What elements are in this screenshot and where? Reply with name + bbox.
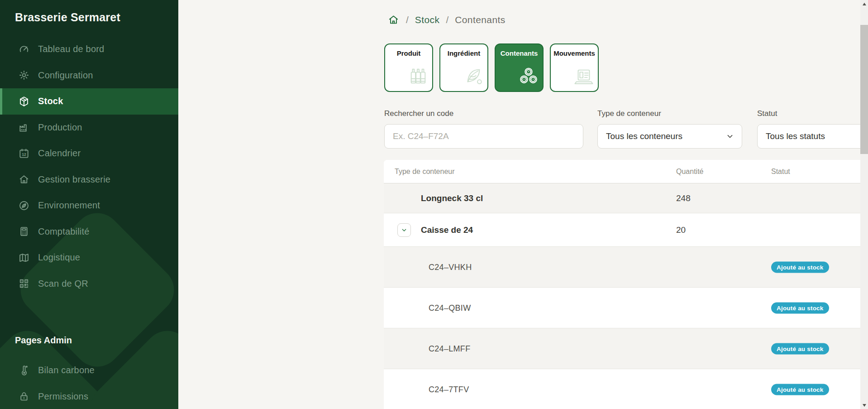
sidebar-nav: Tableau de bordConfigurationStockProduct… — [0, 36, 178, 297]
breadcrumb: / Stock / Contenants — [387, 14, 506, 26]
column-header-status: Statut — [771, 168, 790, 176]
sidebar-item-configuration[interactable]: Configuration — [0, 63, 178, 89]
container-type-select[interactable]: Tous les conteneurs — [597, 124, 742, 149]
home-icon — [387, 14, 400, 26]
sidebar-item-stock[interactable]: Stock — [0, 88, 178, 115]
tab-label: Mouvements — [551, 49, 598, 57]
breadcrumb-item-contenants: Contenants — [455, 14, 505, 25]
table-item-row-c24-lmff: C24–LMFFAjouté au stockDétails — [384, 328, 868, 369]
scrollbar-down-arrow[interactable] — [860, 401, 868, 409]
status-field-group: Statut Tous les statuts — [757, 109, 868, 149]
page-scrollbar — [860, 0, 868, 409]
container-code: C24–7TFV — [429, 385, 469, 394]
brand-title: Brasserie Sermaret — [15, 11, 120, 24]
map-icon — [18, 252, 30, 264]
sidebar-item-environnement[interactable]: Environnement — [0, 192, 178, 219]
tab-produit[interactable]: Produit — [384, 43, 433, 92]
sidebar-item-calendrier[interactable]: 12Calendrier — [0, 140, 178, 167]
status-value: Tous les statuts — [766, 131, 825, 141]
status-badge: Ajouté au stock — [771, 343, 829, 354]
container-type-field-group: Type de conteneur Tous les conteneurs — [597, 109, 742, 149]
sidebar-item-comptabilite[interactable]: Comptabilité — [0, 219, 178, 245]
factory-icon — [18, 121, 30, 133]
sidebar-item-logistique[interactable]: Logistique — [0, 245, 178, 271]
containers-table: Type de conteneur Quantité Statut Longne… — [384, 160, 868, 409]
container-code: C24–VHKH — [429, 262, 472, 272]
calendar-icon: 12 — [18, 148, 30, 159]
sidebar-item-label: Production — [38, 122, 82, 133]
sidebar-item-label: Permissions — [38, 391, 88, 402]
laptop-icon — [573, 66, 594, 87]
sidebar-item-label: Gestion brasserie — [38, 174, 110, 185]
table-item-row-c24-qbiw: C24–QBIWAjouté au stockDétails — [384, 288, 868, 328]
sidebar-item-permissions[interactable]: Permissions — [0, 383, 178, 409]
breadcrumb-separator: / — [406, 14, 409, 25]
sidebar-item-label: Calendrier — [38, 148, 81, 159]
leaf-icon — [18, 200, 30, 212]
quantity-value: 248 — [676, 193, 691, 203]
chevron-down-icon — [177, 370, 178, 377]
scrollbar-thumb[interactable] — [860, 25, 868, 154]
status-label: Statut — [757, 109, 868, 118]
container-type-value: Tous les conteneurs — [606, 131, 682, 141]
app-root: Brasserie Sermaret Tableau de bordConfig… — [0, 0, 868, 409]
svg-text:12: 12 — [22, 152, 26, 157]
home-icon[interactable] — [387, 14, 400, 26]
breadcrumb-separator: / — [446, 14, 448, 25]
hop-icon — [463, 66, 484, 87]
sidebar-item-label: Bilan carbone — [38, 365, 95, 375]
tab-contenants[interactable]: Contenants — [495, 43, 544, 92]
container-code: C24–LMFF — [429, 344, 470, 353]
sidebar: Brasserie Sermaret Tableau de bordConfig… — [0, 0, 178, 409]
tab-mouvements[interactable]: Mouvements — [550, 43, 599, 92]
column-header-type: Type de conteneur — [395, 168, 455, 176]
search-input[interactable] — [384, 124, 583, 149]
home-icon — [18, 173, 30, 185]
status-badge: Ajouté au stock — [771, 384, 829, 395]
sidebar-item-label: Stock — [38, 96, 63, 106]
sidebar-item-label: Comptabilité — [38, 226, 90, 237]
expand-row-button[interactable] — [397, 223, 411, 237]
status-select[interactable]: Tous les statuts — [757, 124, 868, 149]
lock-icon — [18, 390, 30, 402]
status-badge: Ajouté au stock — [771, 302, 829, 313]
sidebar-item-gestion-brasserie[interactable]: Gestion brasserie — [0, 167, 178, 193]
search-label: Rechercher un code — [384, 109, 583, 118]
container-code: C24–QBIW — [429, 303, 471, 313]
tab-label: Produit — [385, 49, 432, 57]
sidebar-item-production[interactable]: Production — [0, 115, 178, 141]
sidebar-item-scan-de-qr[interactable]: Scan de QR — [0, 271, 178, 297]
main-content: / Stock / Contenants ProduitIngrédientCo… — [178, 0, 860, 409]
bottles-icon — [408, 66, 429, 87]
container-type-name: Caisse de 24 — [421, 225, 473, 235]
quantity-value: 20 — [676, 225, 686, 235]
sidebar-item-label: Logistique — [38, 252, 80, 263]
breadcrumb-item-stock[interactable]: Stock — [415, 14, 440, 25]
container-type-name: Longneck 33 cl — [421, 193, 483, 203]
sidebar-item-label: Scan de QR — [38, 279, 88, 289]
table-header: Type de conteneur Quantité Statut — [384, 160, 868, 183]
scrollbar-up-arrow[interactable] — [860, 0, 868, 8]
sidebar-item-bilan-carbone[interactable]: Bilan carbone — [0, 357, 178, 383]
gear-icon — [18, 69, 30, 81]
column-header-quantity: Quantité — [676, 168, 703, 176]
tab-ingredient[interactable]: Ingrédient — [439, 43, 488, 92]
gauge-icon — [18, 43, 30, 55]
container-type-label: Type de conteneur — [597, 109, 742, 118]
sidebar-item-label: Configuration — [38, 70, 93, 81]
chevron-down-icon — [401, 226, 408, 234]
status-badge: Ajouté au stock — [771, 261, 829, 273]
thermometer-icon — [18, 364, 30, 376]
table-body: Longneck 33 cl248Caisse de 2420C24–VHKHA… — [384, 183, 868, 409]
sidebar-item-label: Environnement — [38, 200, 100, 211]
box-icon — [18, 96, 30, 107]
sidebar-item-tableau-de-bord[interactable]: Tableau de bord — [0, 36, 178, 63]
table-group-row-caisse-de-24: Caisse de 2420 — [384, 213, 868, 247]
active-indicator — [0, 88, 2, 115]
admin-section-title: Pages Admin — [15, 335, 72, 346]
table-group-row-longneck-33-cl: Longneck 33 cl248 — [384, 183, 868, 213]
barrels-icon — [518, 66, 539, 87]
sidebar-admin-nav: Bilan carbonePermissions — [0, 357, 178, 409]
tab-label: Ingrédient — [440, 49, 487, 57]
table-item-row-c24-7tfv: C24–7TFVAjouté au stockDétails — [384, 369, 868, 409]
